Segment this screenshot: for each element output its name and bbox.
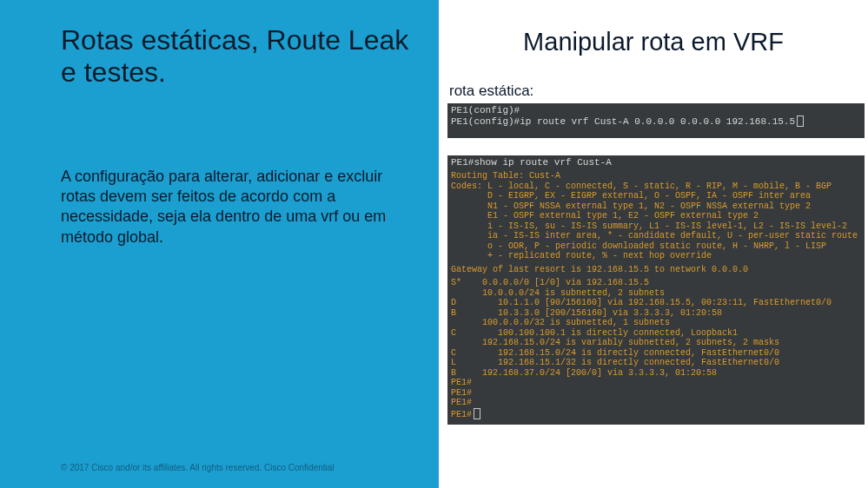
terminal-line: PE1# [451, 398, 861, 408]
terminal-line: Codes: L - local, C - connected, S - sta… [451, 181, 861, 192]
terminal-line: 10.0.0.0/24 is subnetted, 2 subnets [451, 288, 861, 299]
terminal-line: L 192.168.15.1/32 is directly connected,… [451, 358, 861, 368]
terminal-line: ia - IS-IS inter area, * - candidate def… [451, 231, 861, 241]
right-panel: Manipular rota em VRF rota estática: PE1… [439, 0, 868, 488]
terminal-output: PE1#show ip route vrf Cust-ARouting Tabl… [447, 155, 865, 425]
page-title: Rotas estáticas, Route Leak e testes. [61, 24, 413, 89]
terminal-line: S* 0.0.0.0/0 [1/0] via 192.168.15.5 [451, 278, 861, 288]
section-title: Manipular rota em VRF [439, 28, 868, 56]
terminal-line: D - EIGRP, EX - EIGRP external, O - OSPF… [451, 191, 861, 201]
terminal-line: PE1# [451, 388, 861, 399]
terminal-line: N1 - OSPF NSSA external type 1, N2 - OSP… [451, 201, 861, 212]
terminal-line: PE1# [451, 408, 861, 420]
terminal-line: B 10.3.3.0 [200/156160] via 3.3.3.3, 01:… [451, 308, 861, 319]
terminal-line: Routing Table: Cust-A [451, 171, 861, 181]
terminal-line: o - ODR, P - periodic downloaded static … [451, 241, 861, 252]
terminal-line: B 192.168.37.0/24 [200/0] via 3.3.3.3, 0… [451, 368, 861, 379]
terminal-line: PE1(config)# [451, 105, 861, 115]
description-text: A configuração para alterar, adicionar e… [61, 167, 408, 248]
terminal-line: PE1#show ip route vrf Cust-A [451, 157, 861, 168]
terminal-line: + - replicated route, % - next hop overr… [451, 251, 861, 261]
terminal-config: PE1(config)#PE1(config)#ip route vrf Cus… [447, 103, 865, 138]
terminal-line: 100.0.0.0/32 is subnetted, 1 subnets [451, 318, 861, 328]
terminal-line: C 192.168.15.0/24 is directly connected,… [451, 348, 861, 359]
left-panel: Rotas estáticas, Route Leak e testes. A … [0, 0, 439, 488]
terminal-line: D 10.1.1.0 [90/156160] via 192.168.15.5,… [451, 298, 861, 308]
footer-copyright: © 2017 Cisco and/or its affiliates. All … [61, 463, 335, 472]
section-subtitle: rota estática: [449, 82, 868, 100]
terminal-line: PE1# [451, 378, 861, 388]
terminal-line: i - IS-IS, su - IS-IS summary, L1 - IS-I… [451, 221, 861, 232]
terminal-line: E1 - OSPF external type 1, E2 - OSPF ext… [451, 211, 861, 221]
terminal-line: 192.168.15.0/24 is variably subnetted, 2… [451, 338, 861, 348]
terminal-line: C 100.100.100.1 is directly connected, L… [451, 328, 861, 339]
terminal-line: PE1(config)#ip route vrf Cust-A 0.0.0.0 … [451, 115, 861, 127]
terminal-line: Gateway of last resort is 192.168.15.5 t… [451, 265, 861, 275]
